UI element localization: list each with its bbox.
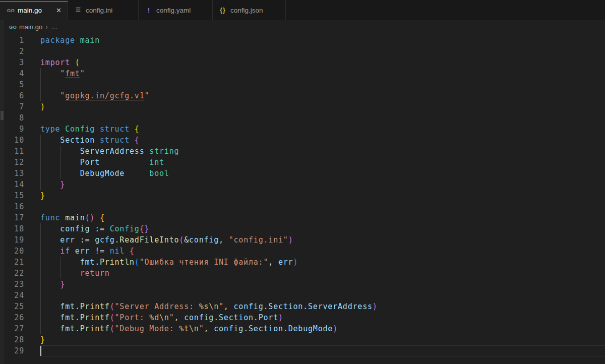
code-line-content[interactable]: DebugMode bool <box>40 168 605 179</box>
token: , <box>174 313 185 322</box>
code-line-content[interactable]: Section struct { <box>40 135 605 146</box>
code-line-3: 3import ( <box>0 57 605 68</box>
code-line-11: 11 ServerAddress string <box>0 146 605 157</box>
token: . <box>75 313 80 322</box>
token <box>95 125 100 134</box>
code-line-content[interactable]: err := gcfg.ReadFileInto(&config, "confi… <box>40 234 605 246</box>
token: " <box>60 69 65 78</box>
line-number: 5 <box>0 79 40 90</box>
code-line-13: 13 DebugMode bool <box>0 168 605 179</box>
token: := <box>90 224 109 233</box>
token: fmt <box>60 324 75 333</box>
token: err <box>60 235 75 245</box>
code-line-content[interactable] <box>40 201 605 212</box>
code-line-content[interactable] <box>40 345 605 356</box>
breadcrumb-file[interactable]: main.go <box>19 23 42 31</box>
token: } <box>60 180 65 189</box>
code-line-content[interactable] <box>40 79 605 90</box>
indent-guide <box>40 234 41 246</box>
tab-main-go[interactable]: GOmain.go✕ <box>0 0 68 20</box>
code-line-content[interactable]: } <box>40 179 605 190</box>
token: struct <box>100 125 130 134</box>
token <box>40 247 60 256</box>
code-line-content[interactable]: return <box>40 268 605 279</box>
line-number: 16 <box>0 201 40 212</box>
code-line-content[interactable]: } <box>40 334 605 345</box>
code-editor[interactable]: 1package main23import (4 "fmt"56 "gopkg.… <box>0 33 605 364</box>
line-number: 23 <box>0 279 40 290</box>
token: Config <box>65 125 95 134</box>
token: Port <box>80 158 100 167</box>
code-line-28: 28} <box>0 334 605 345</box>
code-line-content[interactable] <box>40 290 605 301</box>
tab-label: main.go <box>18 7 42 14</box>
tab-config-yaml[interactable]: !config.yaml <box>139 0 213 20</box>
code-line-25: 25 fmt.Printf("Server Address: %s\n", co… <box>0 301 605 312</box>
code-line-content[interactable] <box>40 46 605 57</box>
token: , <box>268 258 278 267</box>
indent-guide <box>40 135 41 146</box>
token: ) <box>278 313 283 322</box>
code-line-content[interactable]: fmt.Printf("Debug Mode: %t\n", config.Se… <box>40 323 605 334</box>
token <box>40 313 60 322</box>
token: ( <box>75 58 80 67</box>
code-line-24: 24 <box>0 290 605 301</box>
code-line-29: 29 <box>0 345 605 356</box>
indent-guide <box>40 90 41 101</box>
indent-guide <box>40 290 41 301</box>
code-line-content[interactable]: ServerAddress string <box>40 146 605 157</box>
token <box>95 213 100 222</box>
code-line-content[interactable]: } <box>40 279 605 290</box>
code-line-content[interactable]: Port int <box>40 157 605 168</box>
code-line-9: 9type Config struct { <box>0 124 605 135</box>
code-line-6: 6 "gopkg.in/gcfg.v1" <box>0 90 605 101</box>
token: & <box>184 235 189 245</box>
code-line-12: 12 Port int <box>0 157 605 168</box>
code-line-content[interactable]: package main <box>40 35 605 46</box>
token <box>130 136 135 145</box>
token: { <box>135 136 140 145</box>
line-number: 27 <box>0 323 40 334</box>
indent-guide <box>40 323 41 334</box>
token: . <box>75 324 80 333</box>
code-line-content[interactable]: type Config struct { <box>40 124 605 135</box>
code-line-15: 15} <box>0 190 605 201</box>
code-line-content[interactable]: ) <box>40 101 605 112</box>
breadcrumb-more[interactable]: … <box>51 23 57 31</box>
token: config <box>233 302 263 311</box>
code-line-content[interactable]: fmt.Println("Ошибка чтения INI файла:", … <box>40 257 605 268</box>
token: . <box>303 302 308 311</box>
token: " <box>80 69 85 78</box>
token: DebugMode <box>288 324 333 333</box>
code-line-content[interactable]: fmt.Printf("Server Address: %s\n", confi… <box>40 301 605 312</box>
code-line-content[interactable]: fmt.Printf("Port: %d\n", config.Section.… <box>40 312 605 323</box>
indent-guide <box>40 168 41 179</box>
code-line-14: 14 } <box>0 179 605 190</box>
line-number: 6 <box>0 90 40 101</box>
code-line-content[interactable]: } <box>40 190 605 201</box>
code-line-content[interactable]: "gopkg.in/gcfg.v1" <box>40 90 605 101</box>
token <box>40 69 60 78</box>
code-line-27: 27 fmt.Printf("Debug Mode: %t\n", config… <box>0 323 605 334</box>
tab-config-ini[interactable]: ☰config.ini <box>68 0 139 20</box>
code-line-content[interactable] <box>40 112 605 124</box>
line-number: 17 <box>0 212 40 223</box>
code-line-content[interactable]: import ( <box>40 57 605 68</box>
code-line-content[interactable]: if err != nil { <box>40 246 605 257</box>
code-line-content[interactable]: func main() { <box>40 212 605 223</box>
token: Printf <box>80 324 110 333</box>
token <box>75 36 80 45</box>
token: " <box>199 324 204 333</box>
code-line-content[interactable]: "fmt" <box>40 68 605 79</box>
token: ServerAddress <box>80 147 145 156</box>
token: ) <box>333 324 338 333</box>
close-tab-icon[interactable]: ✕ <box>55 6 63 15</box>
tab-config-json[interactable]: {}config.json <box>213 0 286 20</box>
token: != <box>90 247 109 256</box>
indent-guide <box>60 146 60 157</box>
token: "Ошибка чтения INI файла:" <box>140 258 269 267</box>
token: () <box>85 213 95 222</box>
line-number: 10 <box>0 135 40 146</box>
token: return <box>80 269 110 278</box>
code-line-content[interactable]: config := Config{} <box>40 223 605 234</box>
